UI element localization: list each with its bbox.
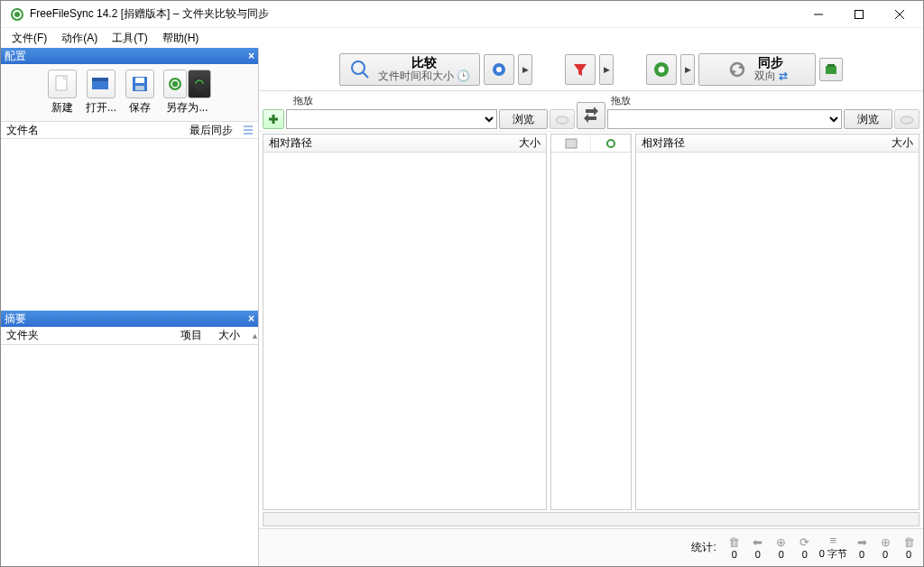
sync-settings-dropdown[interactable]: ▶ (680, 54, 695, 85)
left-list-body[interactable] (263, 153, 546, 509)
magnifier-icon (349, 59, 371, 80)
svg-point-27 (901, 116, 913, 124)
summary-body[interactable] (1, 345, 258, 566)
filter-dropdown[interactable]: ▶ (599, 54, 614, 85)
cloud-right-button[interactable] (894, 109, 919, 129)
category-icon[interactable] (551, 135, 591, 152)
right-folder-input[interactable] (607, 109, 842, 129)
sync-settings-button[interactable] (646, 54, 677, 85)
col-folder[interactable]: 文件夹 (1, 326, 170, 345)
compare-settings-button[interactable] (484, 54, 514, 85)
compare-button[interactable]: 比较 文件时间和大小 🕒 (339, 53, 480, 86)
statusbar: 统计: 🗑0 ⬅0 ⊕0 ⟳0 ≡0 字节 ➡0 ⊕0 🗑0 (259, 528, 923, 566)
config-panel-close-icon[interactable]: × (248, 50, 254, 62)
minimize-button[interactable] (798, 2, 838, 27)
svg-point-21 (659, 66, 665, 72)
add-pair-button[interactable] (263, 109, 284, 129)
bytes-icon: ≡ (830, 534, 837, 546)
new-button[interactable]: 新建 (44, 68, 80, 117)
maximize-button[interactable] (838, 2, 879, 27)
config-actions: 新建 打开... 保存 另存为... (1, 64, 258, 121)
svg-line-17 (363, 72, 368, 78)
main-toolbar: 比较 文件时间和大小 🕒 ▶ ▶ ▶ 同步 双向 ⇄ (259, 48, 923, 91)
browse-left-button[interactable]: 浏览 (499, 109, 548, 129)
compare-settings-dropdown[interactable]: ▶ (518, 54, 532, 85)
config-list-body[interactable] (1, 139, 258, 311)
left-col-size[interactable]: 大小 (504, 134, 546, 153)
plus-left-icon: ⊕ (776, 536, 786, 548)
left-col-path[interactable]: 相对路径 (263, 134, 504, 153)
menubar: 文件(F) 动作(A) 工具(T) 帮助(H) (1, 28, 923, 48)
stat-delete-right: 🗑0 (900, 536, 918, 560)
swap-container (575, 93, 607, 129)
new-icon (48, 70, 77, 98)
menu-file[interactable]: 文件(F) (5, 29, 54, 48)
drop-label-right: 拖放 (607, 93, 919, 109)
plus-right-icon: ⊕ (881, 536, 891, 548)
sort-arrow-icon: ▲ (245, 330, 258, 342)
sync-button[interactable]: 同步 双向 ⇄ (698, 53, 816, 86)
list-view-icon[interactable] (238, 123, 258, 137)
stat-bytes: ≡0 字节 (819, 534, 847, 561)
col-filename[interactable]: 文件名 (1, 121, 184, 140)
menu-tools[interactable]: 工具(T) (105, 29, 154, 48)
summary-panel-title: 摘要 (5, 311, 26, 327)
right-list-body[interactable] (636, 153, 919, 509)
saveas-sync-icon (163, 70, 187, 98)
trash-icon: 🗑 (903, 536, 915, 548)
start-sync-button[interactable] (819, 58, 843, 81)
col-size[interactable]: 大小 (208, 326, 245, 345)
open-button[interactable]: 打开... (82, 68, 120, 117)
svg-rect-2 (855, 10, 863, 18)
svg-rect-10 (135, 86, 144, 90)
svg-point-26 (556, 116, 568, 124)
summary-headers: 文件夹 项目 大小 ▲ (1, 327, 258, 345)
saveas-button[interactable]: 另存为... (160, 68, 215, 117)
left-folder-input[interactable] (286, 109, 497, 129)
svg-rect-22 (826, 66, 836, 74)
pair-left: 拖放 浏览 (263, 93, 575, 129)
list-left: 相对路径 大小 (263, 134, 547, 510)
sidebar: 配置 × 新建 打开... 保存 另存为... (1, 48, 259, 566)
col-lastsync[interactable]: 最后同步 (184, 121, 238, 140)
action-icon[interactable] (591, 135, 631, 152)
save-icon (125, 70, 154, 98)
stat-update-left: ⬅0 (749, 536, 767, 560)
refresh-icon: ⟳ (799, 536, 809, 548)
menu-action[interactable]: 动作(A) (54, 29, 105, 48)
summary-panel-header: 摘要 × (1, 311, 258, 327)
summary-panel-close-icon[interactable]: × (248, 312, 254, 325)
cloud-left-button[interactable] (550, 109, 575, 129)
config-panel-header: 配置 × (1, 48, 258, 64)
drop-label-left: 拖放 (263, 93, 575, 109)
filter-button[interactable] (565, 54, 596, 85)
content: 比较 文件时间和大小 🕒 ▶ ▶ ▶ 同步 双向 ⇄ (259, 48, 923, 566)
compare-label: 比较 (411, 56, 437, 70)
window-title: FreeFileSync 14.2 [捐赠版本] – 文件夹比较与同步 (30, 6, 798, 22)
stat-delete-left: 🗑0 (725, 536, 744, 560)
browse-right-button[interactable]: 浏览 (844, 109, 892, 129)
svg-point-16 (352, 61, 365, 74)
svg-rect-23 (827, 64, 835, 67)
save-button[interactable]: 保存 (122, 68, 158, 117)
list-right: 相对路径 大小 (635, 134, 919, 510)
arrow-right-icon: ➡ (857, 536, 867, 548)
horizontal-scrollbar[interactable] (263, 512, 919, 526)
open-icon (87, 70, 116, 98)
col-items[interactable]: 项目 (170, 326, 208, 345)
pair-right: 拖放 浏览 (607, 93, 919, 129)
svg-rect-9 (135, 78, 144, 83)
right-col-size[interactable]: 大小 (877, 134, 919, 153)
config-panel-title: 配置 (5, 49, 26, 64)
stat-equal: ⟳0 (796, 536, 814, 560)
stat-create-left: ⊕0 (772, 536, 790, 560)
menu-help[interactable]: 帮助(H) (155, 29, 207, 48)
mid-list-body[interactable] (551, 153, 631, 509)
right-col-path[interactable]: 相对路径 (636, 134, 877, 153)
stats-label: 统计: (691, 540, 719, 555)
close-button[interactable] (879, 2, 919, 27)
folder-pair-row: 拖放 浏览 拖放 浏览 (259, 91, 923, 132)
swap-button[interactable] (577, 102, 605, 129)
arrow-left-icon: ⬅ (753, 536, 762, 548)
disk-icon: 🗑 (728, 536, 740, 548)
